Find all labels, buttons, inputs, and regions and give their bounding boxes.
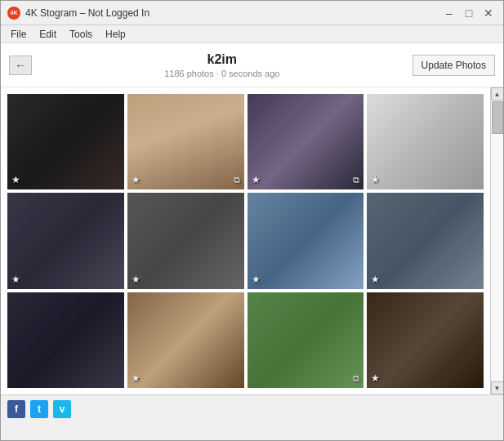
scrollbar-thumb[interactable] bbox=[492, 101, 503, 134]
star-icon-8: ★ bbox=[371, 274, 380, 285]
scroll-up-button[interactable]: ▲ bbox=[491, 87, 504, 100]
star-icon-12: ★ bbox=[371, 372, 380, 384]
twitter-button[interactable]: t bbox=[30, 400, 48, 418]
menu-tools[interactable]: Tools bbox=[63, 27, 99, 42]
vimeo-button[interactable]: v bbox=[53, 400, 71, 418]
menu-bar: File Edit Tools Help bbox=[1, 25, 503, 43]
scrollbar: ▲ ▼ bbox=[490, 87, 503, 394]
minimize-button[interactable]: – bbox=[441, 5, 457, 21]
profile-header: ← k2im 1186 photos · 0 seconds ago Updat… bbox=[1, 43, 503, 87]
back-button[interactable]: ← bbox=[9, 56, 32, 75]
bottom-toolbar: f t v bbox=[1, 394, 503, 422]
photo-cell-12[interactable]: ★ bbox=[367, 292, 484, 388]
menu-file[interactable]: File bbox=[4, 27, 33, 42]
photo-cell-6[interactable]: ★ bbox=[127, 193, 244, 288]
badge-icon-11: ⧉ bbox=[353, 373, 359, 384]
close-button[interactable]: ✕ bbox=[480, 5, 497, 21]
photo-cell-10[interactable]: ★ bbox=[127, 292, 244, 388]
photo-cell-2[interactable]: ★ ⧉ bbox=[127, 94, 244, 189]
badge-icon-2: ⧉ bbox=[234, 175, 240, 185]
photo-grid: ★ ★ ⧉ ★ ⧉ ★ ★ ★ ★ ★ ★ ⧉ bbox=[1, 87, 490, 394]
scroll-down-button[interactable]: ▼ bbox=[491, 381, 504, 394]
menu-edit[interactable]: Edit bbox=[33, 27, 63, 42]
star-icon-5: ★ bbox=[11, 274, 20, 285]
star-icon-6: ★ bbox=[132, 274, 140, 285]
photo-cell-1[interactable]: ★ bbox=[7, 94, 124, 189]
photo-cell-9[interactable] bbox=[7, 292, 124, 388]
star-icon-7: ★ bbox=[252, 274, 261, 285]
star-icon-1: ★ bbox=[11, 174, 20, 185]
menu-help[interactable]: Help bbox=[99, 27, 132, 42]
maximize-button[interactable]: □ bbox=[461, 5, 477, 21]
title-bar: 4K 4K Stogram – Not Logged In – □ ✕ bbox=[1, 1, 503, 25]
window-title: 4K Stogram – Not Logged In bbox=[25, 7, 441, 19]
profile-username: k2im bbox=[32, 52, 413, 67]
twitter-icon: t bbox=[38, 403, 41, 415]
star-icon-2: ★ bbox=[132, 174, 140, 185]
photo-cell-11[interactable]: ⧉ bbox=[248, 292, 364, 388]
scrollbar-track[interactable] bbox=[491, 100, 504, 381]
profile-subtitle: 1186 photos · 0 seconds ago bbox=[32, 69, 413, 78]
update-photos-button[interactable]: Update Photos bbox=[413, 55, 495, 76]
vimeo-icon: v bbox=[60, 403, 65, 415]
window-controls: – □ ✕ bbox=[441, 5, 497, 21]
badge-icon-3: ⧉ bbox=[353, 175, 359, 185]
app-icon: 4K bbox=[7, 7, 20, 20]
star-icon-3: ★ bbox=[252, 174, 261, 185]
main-content: ★ ★ ⧉ ★ ⧉ ★ ★ ★ ★ ★ ★ ⧉ bbox=[1, 87, 503, 394]
photo-cell-3[interactable]: ★ ⧉ bbox=[248, 94, 364, 189]
star-icon-4: ★ bbox=[371, 174, 380, 185]
photo-cell-4[interactable]: ★ bbox=[367, 94, 484, 189]
profile-info: k2im 1186 photos · 0 seconds ago bbox=[32, 52, 413, 78]
facebook-button[interactable]: f bbox=[7, 400, 25, 418]
star-icon-10: ★ bbox=[132, 372, 140, 384]
facebook-icon: f bbox=[15, 403, 18, 415]
photo-cell-7[interactable]: ★ bbox=[248, 193, 364, 288]
photo-cell-8[interactable]: ★ bbox=[367, 193, 484, 288]
photo-cell-5[interactable]: ★ bbox=[7, 193, 124, 288]
